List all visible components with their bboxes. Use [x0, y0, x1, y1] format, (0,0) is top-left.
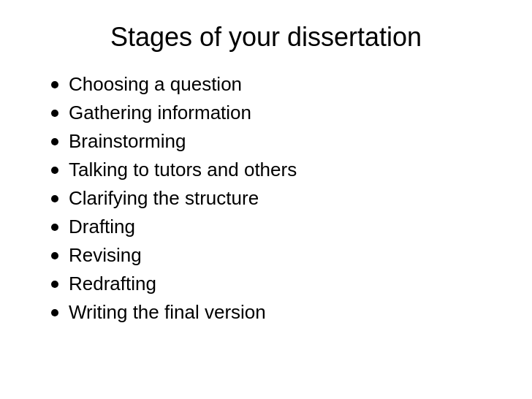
list-item-label: Writing the final version [69, 301, 266, 324]
stages-list: Choosing a questionGathering information… [51, 73, 503, 324]
bullet-icon [51, 167, 58, 174]
list-item: Drafting [51, 216, 503, 238]
list-item-label: Talking to tutors and others [69, 159, 297, 181]
bullet-icon [51, 252, 58, 259]
list-item-label: Redrafting [69, 273, 156, 295]
list-item: Gathering information [51, 102, 503, 124]
bullet-icon [51, 110, 58, 117]
bullet-icon [51, 195, 58, 202]
list-item: Brainstorming [51, 130, 503, 153]
list-item: Choosing a question [51, 73, 503, 96]
bullet-icon [51, 309, 58, 316]
bullet-icon [51, 138, 58, 145]
bullet-icon [51, 81, 58, 88]
list-item: Clarifying the structure [51, 187, 503, 210]
list-item: Revising [51, 244, 503, 267]
page-title: Stages of your dissertation [29, 22, 503, 53]
list-item-label: Gathering information [69, 102, 251, 124]
list-item-label: Brainstorming [69, 130, 186, 153]
bullet-icon [51, 281, 58, 288]
list-item-label: Drafting [69, 216, 135, 238]
list-item: Redrafting [51, 273, 503, 295]
list-item-label: Clarifying the structure [69, 187, 259, 210]
stages-list-container: Choosing a questionGathering information… [29, 73, 503, 330]
bullet-icon [51, 224, 58, 231]
list-item-label: Choosing a question [69, 73, 242, 96]
list-item: Writing the final version [51, 301, 503, 324]
list-item-label: Revising [69, 244, 142, 267]
list-item: Talking to tutors and others [51, 159, 503, 181]
